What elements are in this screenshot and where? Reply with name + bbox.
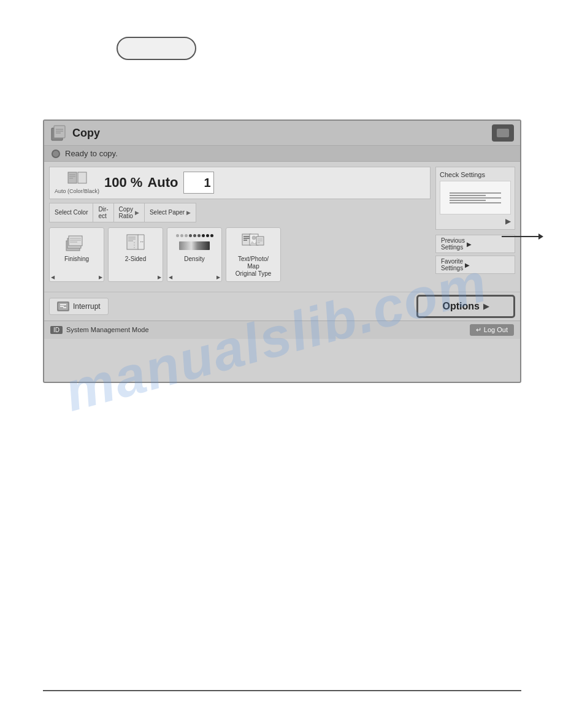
previous-settings-button[interactable]: PreviousSettings ▶ [435,235,515,253]
finishing-expand-right: ▶ [99,275,102,280]
copies-value: 1 [204,176,210,190]
system-bar: ID System Management Mode ↵ Log Out [44,320,520,339]
bottom-action-bar: Interrupt Options ▶ [44,292,520,320]
density-dot-4 [189,234,192,237]
ratio-display: 100 % [104,175,142,191]
preview-line-2 [450,195,485,196]
density-dot-7 [202,234,205,237]
two-sided-expand: ▶ [158,275,161,280]
copy-ui-panel: Copy Ready to copy. [43,119,521,383]
check-settings-title: Check Settings [440,171,511,178]
svg-rect-1 [54,126,65,138]
logout-label: Log Out [484,326,508,333]
density-bar [179,241,210,250]
system-id-badge: ID [50,326,63,334]
direct-label: Dir-ect [98,206,108,219]
interrupt-label: Interrupt [73,302,101,311]
copy-icon [50,124,67,142]
density-dot-5 [193,234,196,237]
system-mode-text: System Management Mode [66,326,149,333]
two-sided-icon-svg: ↔ [126,232,145,252]
two-sided-label: 2-Sided [125,256,146,263]
check-settings-preview [440,181,511,214]
paper-preview-icon: Auto (Color/Black) [55,171,99,195]
select-color-label: Select Color [55,209,88,216]
previous-settings-arrow: ▶ [467,241,472,248]
quick-buttons-row: Select Color Dir-ect CopyRatio ▶ Select … [49,203,431,222]
title-bar: Copy [44,121,520,146]
density-icon [182,232,207,253]
svg-rect-5 [68,172,77,183]
options-label: Options [443,301,480,312]
density-dots [176,234,213,237]
interrupt-icon-svg [58,302,69,311]
auto-color-label: Auto (Color/Black) [55,188,99,195]
main-content: Auto (Color/Black) 100 % Auto 1 Select C… [44,162,520,292]
title-left: Copy [50,124,100,142]
density-label: Density [184,256,204,263]
preview-line-5 [450,202,500,203]
select-paper-button[interactable]: Select Paper ▶ [144,203,196,222]
copies-box[interactable]: 1 [183,172,214,194]
density-dot-9 [210,234,213,237]
title-icon-button[interactable] [492,124,514,142]
density-button[interactable]: ◀ [167,227,222,282]
bottom-rule [43,690,521,691]
select-paper-arrow: ▶ [186,210,191,216]
content-wrapper: Auto (Color/Black) 100 % Auto 1 Select C… [49,167,515,287]
title-text: Copy [72,127,100,140]
check-settings-panel[interactable]: Check Settings ▶ [435,167,515,230]
paper-auto-display: Auto [147,175,178,191]
status-bar: Ready to copy. [44,146,520,162]
preview-line-1 [450,192,500,194]
svg-point-23 [252,236,256,240]
finishing-expand-left: ◀ [51,275,55,280]
interrupt-icon [57,301,69,311]
density-dot-2 [180,234,183,237]
select-paper-label: Select Paper [150,209,185,216]
title-btn-inner [497,129,509,137]
density-dot-1 [176,234,179,237]
original-type-icon [241,232,266,253]
preview-lines [447,190,503,206]
density-dot-6 [197,234,201,237]
svg-text:↔: ↔ [139,239,144,245]
original-type-label: Text/Photo/ Map Original Type [236,256,272,278]
original-type-button[interactable]: Text/Photo/ Map Original Type [226,227,281,282]
status-text: Ready to copy. [65,149,118,158]
original-type-icon-svg [242,233,265,251]
two-sided-button[interactable]: ↔ 2-Sided ▶ [108,227,163,282]
preview-line-3 [450,197,500,199]
copy-ratio-arrow: ▶ [135,210,139,216]
finishing-icon-svg [65,232,88,252]
density-expand-right: ▶ [216,275,220,280]
info-row: Auto (Color/Black) 100 % Auto 1 [49,167,431,199]
finishing-label: Finishing [64,256,89,263]
preview-line-4 [450,200,485,201]
top-pill-button[interactable] [117,37,196,60]
interrupt-button[interactable]: Interrupt [49,298,109,315]
svg-rect-6 [78,172,86,183]
options-arrow-line [502,236,538,237]
favorite-settings-label: FavoriteSettings [441,258,463,271]
direct-button[interactable]: Dir-ect [93,203,113,222]
two-sided-icon: ↔ [123,232,148,253]
right-panel: Check Settings ▶ Previous [435,167,515,287]
previous-settings-label: PreviousSettings [441,237,465,251]
copy-ratio-label: CopyRatio [119,206,133,219]
logout-button[interactable]: ↵ Log Out [470,324,514,336]
logout-icon: ↵ [476,326,481,334]
select-color-button[interactable]: Select Color [49,203,93,222]
function-buttons-row: ◀ Finishing ▶ [49,227,431,282]
copy-ratio-button[interactable]: CopyRatio ▶ [113,203,144,222]
finishing-button[interactable]: ◀ Finishing ▶ [49,227,104,282]
favorite-settings-button[interactable]: FavoriteSettings ▶ [435,256,515,274]
density-dot-3 [185,234,188,237]
options-arrow: ▶ [483,302,489,311]
check-settings-arrow: ▶ [440,217,511,226]
density-expand-left: ◀ [169,275,172,280]
left-section: Auto (Color/Black) 100 % Auto 1 Select C… [49,167,431,287]
density-dot-8 [206,234,209,237]
favorite-settings-arrow: ▶ [465,262,470,268]
options-button[interactable]: Options ▶ [416,295,515,318]
